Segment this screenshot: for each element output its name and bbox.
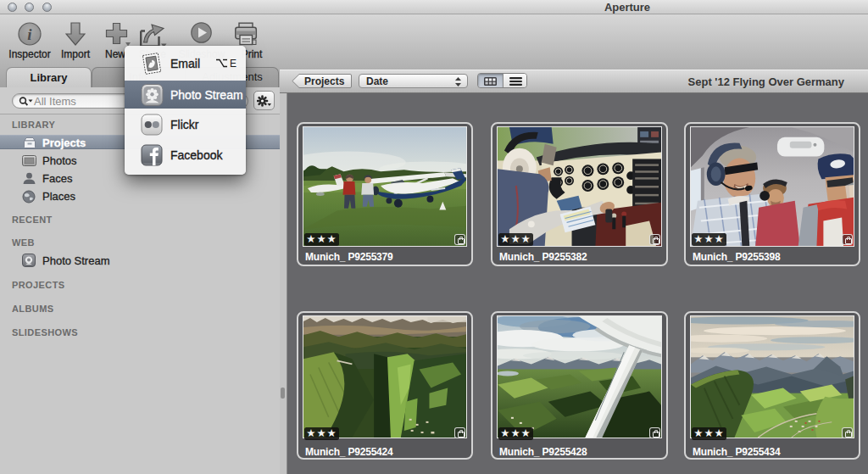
- svg-text:Projects: Projects: [304, 75, 345, 87]
- svg-text:i: i: [27, 25, 32, 43]
- svg-text:E: E: [230, 59, 236, 68]
